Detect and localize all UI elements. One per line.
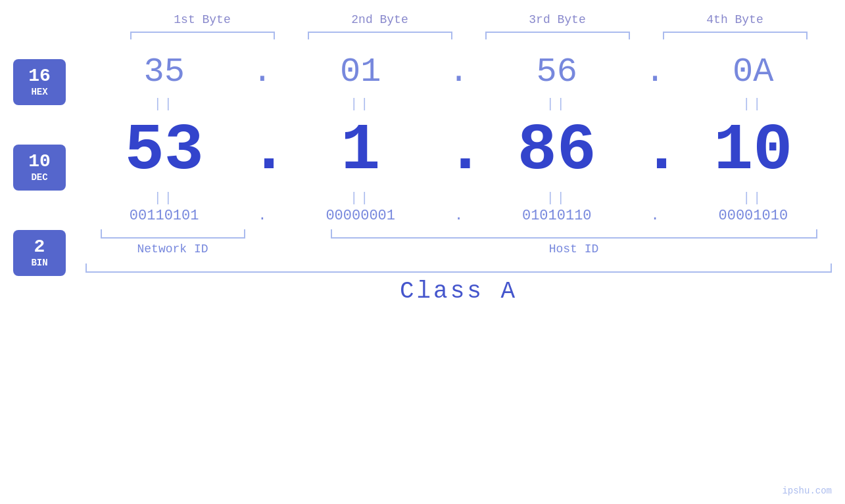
main-area: 16 HEX 10 DEC 2 BIN 35 . bbox=[0, 53, 845, 305]
hex-base-num: 16 bbox=[28, 67, 51, 85]
bin-dot-3: . bbox=[642, 208, 668, 224]
hex-b4-cell: 0A bbox=[681, 53, 825, 91]
class-a-bracket bbox=[85, 263, 832, 273]
hex-b4: 0A bbox=[733, 53, 773, 91]
top-bracket-2 bbox=[308, 32, 452, 39]
pipe-2-b3: || bbox=[485, 191, 629, 206]
dec-b1-cell: 53 bbox=[92, 118, 237, 184]
bin-b3: 01010110 bbox=[522, 208, 592, 224]
hex-b2-cell: 01 bbox=[288, 53, 433, 91]
top-bracket-1 bbox=[130, 32, 275, 39]
pipe-row-2: || || || || bbox=[85, 188, 832, 208]
network-id-bracket bbox=[101, 229, 245, 239]
dec-b1: 53 bbox=[125, 118, 204, 184]
bin-values-row: 00110101 . 00000001 . 01010110 . bbox=[85, 208, 832, 224]
dec-dot-3: . bbox=[642, 114, 668, 188]
dec-values-row: 53 . 1 . 86 . 10 bbox=[85, 114, 832, 188]
dec-b3-cell: 86 bbox=[485, 118, 629, 184]
bin-dot-2: . bbox=[445, 208, 471, 224]
bin-dot-icon-2: . bbox=[454, 208, 463, 224]
hex-base-label: HEX bbox=[31, 87, 47, 98]
hex-values-row: 35 . 01 . 56 . 0A bbox=[85, 53, 832, 91]
bin-b4-cell: 00001010 bbox=[681, 208, 825, 224]
dec-dot-2: . bbox=[445, 114, 471, 188]
hex-dot-3: . bbox=[642, 53, 668, 91]
dec-dot-icon-1: . bbox=[249, 114, 289, 188]
bin-b1-cell: 00110101 bbox=[92, 208, 237, 224]
pipe-1-b1: || bbox=[92, 97, 237, 112]
dec-b4-cell: 10 bbox=[681, 118, 825, 184]
bin-dot-icon-3: . bbox=[650, 208, 659, 224]
col-header-3: 3rd Byte bbox=[485, 13, 630, 26]
dec-badge: 10 DEC bbox=[13, 145, 66, 191]
id-labels-row: Network ID Host ID bbox=[85, 242, 832, 256]
pipe-2-b2: || bbox=[288, 191, 433, 206]
hex-dot-1: . bbox=[249, 53, 276, 91]
hex-dot-icon-1: . bbox=[252, 53, 272, 91]
dec-dot-1: . bbox=[249, 114, 276, 188]
bin-b2: 00000001 bbox=[326, 208, 395, 224]
hex-dot-icon-2: . bbox=[448, 53, 469, 91]
dec-b4: 10 bbox=[713, 118, 792, 184]
hex-dot-2: . bbox=[445, 53, 471, 91]
pipe-2-b4: || bbox=[681, 191, 825, 206]
bin-dot-1: . bbox=[249, 208, 276, 224]
hex-b1-cell: 35 bbox=[92, 53, 237, 91]
dec-b2: 1 bbox=[341, 118, 380, 184]
bin-b2-cell: 00000001 bbox=[288, 208, 433, 224]
class-bracket-container bbox=[85, 263, 832, 273]
network-id-label: Network ID bbox=[101, 242, 245, 256]
bin-dot-icon-1: . bbox=[258, 208, 266, 224]
host-id-bracket bbox=[331, 229, 817, 239]
hex-b3-cell: 56 bbox=[485, 53, 629, 91]
col-header-1: 1st Byte bbox=[130, 13, 275, 26]
col-header-4: 4th Byte bbox=[663, 13, 808, 26]
pipe-1-b2: || bbox=[288, 97, 433, 112]
hex-b1: 35 bbox=[143, 53, 184, 91]
base-labels: 16 HEX 10 DEC 2 BIN bbox=[13, 59, 66, 276]
dec-b3: 86 bbox=[518, 118, 596, 184]
bin-b3-cell: 01010110 bbox=[485, 208, 629, 224]
bottom-brackets-row bbox=[85, 229, 832, 239]
host-id-label: Host ID bbox=[331, 242, 817, 256]
dec-base-label: DEC bbox=[31, 172, 47, 183]
dec-base-num: 10 bbox=[28, 152, 51, 171]
bin-base-num: 2 bbox=[34, 238, 45, 256]
bin-b4: 00001010 bbox=[719, 208, 788, 224]
dec-dot-icon-2: . bbox=[445, 114, 485, 188]
hex-b2: 01 bbox=[340, 53, 381, 91]
top-bracket-4 bbox=[663, 32, 808, 39]
dec-dot-icon-3: . bbox=[642, 114, 681, 188]
dec-b2-cell: 1 bbox=[288, 118, 433, 184]
column-headers: 1st Byte 2nd Byte 3rd Byte 4th Byte bbox=[114, 13, 824, 26]
pipe-1-b4: || bbox=[681, 97, 825, 112]
pipe-1-b3: || bbox=[485, 97, 629, 112]
watermark: ipshu.com bbox=[782, 486, 832, 496]
main-container: 1st Byte 2nd Byte 3rd Byte 4th Byte 16 H… bbox=[0, 0, 845, 504]
class-a-section: Class A bbox=[85, 278, 832, 305]
hex-badge: 16 HEX bbox=[13, 59, 66, 105]
pipe-row-1: || || || || bbox=[85, 94, 832, 114]
bin-base-label: BIN bbox=[31, 258, 47, 269]
hex-dot-icon-3: . bbox=[644, 53, 665, 91]
class-a-label: Class A bbox=[400, 278, 518, 305]
values-area: 35 . 01 . 56 . 0A bbox=[85, 53, 832, 305]
top-brackets bbox=[114, 32, 824, 39]
col-header-2: 2nd Byte bbox=[308, 13, 452, 26]
bin-badge: 2 BIN bbox=[13, 230, 66, 276]
hex-b3: 56 bbox=[537, 53, 577, 91]
pipe-2-b1: || bbox=[92, 191, 237, 206]
bin-b1: 00110101 bbox=[130, 208, 199, 224]
top-bracket-3 bbox=[485, 32, 630, 39]
